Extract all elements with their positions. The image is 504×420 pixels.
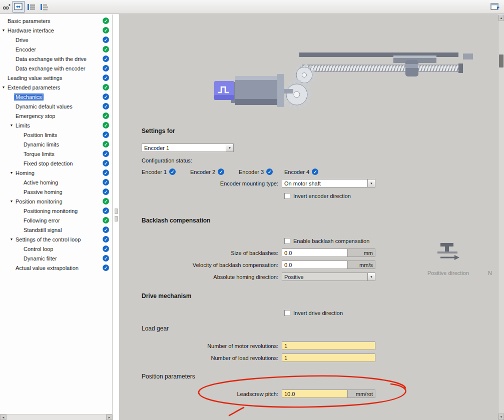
tree-item-label[interactable]: Dynamic filter [22,255,59,262]
tree-item-label[interactable]: Fixed stop detection [22,160,74,167]
tree-item-label[interactable]: Standstill signal [22,226,63,234]
tree-item[interactable]: ▼ Dynamic limits ✓ [0,140,112,149]
detach-editor-icon[interactable] [489,1,501,12]
scroll-left-icon[interactable]: ◄ [0,414,7,420]
tree-item-label[interactable]: Data exchange with encoder [14,65,87,72]
tree-item[interactable]: ▼ Standstill signal ✓ [0,225,112,234]
tree-item[interactable]: ▼ Mechanics ✓ [0,92,112,102]
splitter-handle[interactable] [115,208,118,214]
tree-item[interactable]: ▼ Emergency stop ✓ [0,111,112,120]
tree-hscroll-track[interactable] [7,414,106,420]
encoder-select[interactable]: Encoder 1 ▼ [142,144,234,152]
tree-item[interactable]: ▼ Homing ✓ [0,168,112,178]
tree-item-label[interactable]: Active homing [22,179,60,186]
tree-item-label[interactable]: Dynamic default values [14,103,74,110]
tree-item-label[interactable]: Settings of the control loop [14,236,82,243]
enable-backlash-checkbox[interactable] [284,238,290,244]
tree-item-label[interactable]: Torque limits [22,150,56,158]
tree-item[interactable]: ▼ Position limits ✓ [0,130,112,140]
tree-item[interactable]: ▼ Control loop ✓ [0,244,112,254]
expand-arrow-icon[interactable]: ▼ [1,26,6,35]
tree-item[interactable]: ▼ Fixed stop detection ✓ [0,158,112,168]
status-check-icon: ✓ [312,168,318,175]
tree-item-label[interactable]: Data exchange with the drive [14,56,88,62]
leadscrew-pitch-input[interactable] [282,390,348,398]
tree-item[interactable]: ▼ Data exchange with the drive ✓ [0,54,112,64]
chevron-down-icon[interactable]: ▼ [367,180,375,187]
scroll-up-icon[interactable]: ▲ [498,14,504,21]
homing-direction-select[interactable]: Positive ▼ [282,272,375,281]
tree-item[interactable]: ▼ Leading value settings ✓ [0,73,112,82]
status-check-icon: ✓ [103,179,109,186]
tree-item-label[interactable]: Leading value settings [6,74,64,82]
tree-item-label[interactable]: Homing [14,170,36,176]
tree-item-label[interactable]: Control loop [22,246,55,252]
tree-item[interactable]: ▼ Positioning monitoring ✓ [0,206,112,216]
motor-revolutions-input[interactable] [282,342,375,350]
tree-item[interactable]: ▼ Actual value extrapolation ✓ [0,263,112,272]
tree-item[interactable]: ▼ Dynamic filter ✓ [0,254,112,263]
tree-item-label[interactable]: Hardware interface [6,27,56,34]
tree-item-label[interactable]: Passive homing [22,188,64,196]
tree-horizontal-scrollbar[interactable]: ◄ ► [0,414,113,420]
tree-item-label[interactable]: Extended parameters [6,84,62,91]
vertical-scrollbar[interactable]: ▲ ▼ [498,14,504,420]
invert-encoder-checkbox[interactable] [284,193,290,199]
panel-splitter[interactable] [113,14,119,420]
invert-drive-checkbox[interactable] [284,310,290,316]
expand-arrow-icon[interactable]: ▼ [9,120,14,130]
backlash-velocity-input[interactable] [282,260,348,269]
scroll-down-icon[interactable]: ▼ [498,414,504,420]
chevron-down-icon[interactable]: ▼ [367,273,375,280]
encoder-mounting-row: Encoder mounting type: On motor shaft ▼ [119,179,375,188]
status-check-icon: ✓ [103,246,109,252]
scroll-right-icon[interactable]: ► [106,414,113,420]
tree-item[interactable]: ▼ Active homing ✓ [0,178,112,187]
tree-item[interactable]: ▼ Settings of the control loop ✓ [0,234,112,244]
scrollbar-thumb[interactable] [499,54,503,68]
function-view-icon[interactable] [13,1,25,12]
backlash-size-input[interactable] [282,248,348,257]
tree-item[interactable]: ▼ Data exchange with encoder ✓ [0,64,112,73]
tree-item-label[interactable]: Encoder [14,46,38,53]
tree-item[interactable]: ▼ Torque limits ✓ [0,149,112,158]
tree-item[interactable]: ▼ Passive homing ✓ [0,187,112,196]
expand-arrow-icon[interactable]: ▼ [1,82,6,92]
tree-item-label[interactable]: Position limits [22,132,59,138]
load-revolutions-input[interactable] [282,354,375,362]
tree-item-label[interactable]: Dynamic limits [22,141,61,148]
tree-item[interactable]: ▼ Basic parameters ✓ [0,16,112,26]
tree-item-label[interactable]: Emergency stop [14,112,57,120]
expand-arrow-icon[interactable]: ▼ [9,168,14,178]
tree-item[interactable]: ▼ Dynamic default values ✓ [0,102,112,111]
tree-item[interactable]: ▼ Hardware interface ✓ [0,26,112,35]
expand-arrow-icon[interactable]: ▼ [9,234,14,244]
tree-item[interactable]: ▼ Limits ✓ [0,120,112,130]
tree-item-label[interactable]: Position monitoring [14,198,64,205]
tree-item[interactable]: ▼ Following error ✓ [0,216,112,225]
positive-direction-icon [433,242,462,262]
status-check-icon: ✓ [103,217,109,224]
tree-item-label[interactable]: Drive [14,36,30,44]
trace-values-icon[interactable] [2,1,12,12]
backlash-size-row: Size of backlashes: mm [119,248,375,257]
object-list-icon[interactable] [39,1,51,12]
tree-item-label[interactable]: Following error [22,217,62,224]
chevron-down-icon[interactable]: ▼ [226,144,233,152]
tree-item-label[interactable]: Actual value extrapolation [14,264,80,272]
status-check-icon: ✓ [266,168,273,175]
encoder-mounting-select[interactable]: On motor shaft ▼ [282,179,375,188]
tree-item-label[interactable]: Mechanics [14,94,44,100]
tree-item-label[interactable]: Positioning monitoring [22,208,79,214]
tree-item-label[interactable]: Basic parameters [6,18,52,24]
tree-item[interactable]: ▼ Position monitoring ✓ [0,196,112,206]
tree-item[interactable]: ▼ Encoder ✓ [0,44,112,54]
leadscrew-pitch-label: Leadscrew pitch: [119,391,282,397]
tree-item[interactable]: ▼ Drive ✓ [0,35,112,44]
expand-arrow-icon[interactable]: ▼ [9,196,14,206]
tree-item-label[interactable]: Limits [14,122,32,129]
mechanics-config-panel: Settings for Encoder 1 ▼ Configuration s… [119,14,498,420]
parameter-view-icon[interactable] [26,1,38,12]
splitter-handle[interactable] [115,216,118,222]
tree-item[interactable]: ▼ Extended parameters ✓ [0,82,112,92]
